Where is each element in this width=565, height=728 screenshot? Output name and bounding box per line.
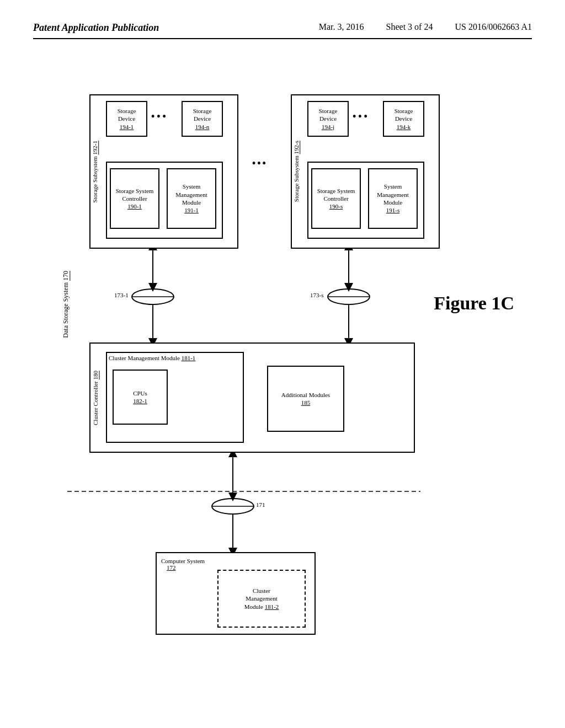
page-header: Patent Application Publication Mar. 3, 2… [33,22,532,39]
storage-device-194-n-label: StorageDevice [193,107,212,123]
storage-sys-ctrl-s-box: Storage System Controller 190-s [311,168,361,229]
publication-title: Patent Application Publication [33,22,159,34]
figure-label: Figure 1C [434,293,514,314]
storage-sys-ctrl-1-num: 190-1 [127,203,142,210]
network-173-s: 173-s [327,287,371,309]
dss-num: 170 [62,271,70,281]
storage-device-194-k-box: StorageDevice 194-k [383,101,424,137]
storage-subsystem-1-num: 192-1 [92,141,98,155]
dots-between-subsystems: ••• [252,158,268,169]
header-date: Mar. 3, 2016 [319,22,364,32]
storage-device-194-j-box: StorageDevice 194-j [307,101,349,137]
sys-mgmt-1-label: System Management Module [168,183,215,206]
dss-label-container: Data Storage System 170 [62,271,70,338]
storage-subsystem-s-box: Storage Subsystem 192-s StorageDevice 19… [291,94,440,249]
storage-device-194-n-box: StorageDevice 194-n [182,101,223,137]
additional-modules-num: 185 [301,399,311,406]
storage-sys-ctrl-1-box: Storage System Controller 190-1 [110,168,159,229]
header-sheet: Sheet 3 of 24 [386,22,433,32]
cluster-mgmt-2-box: ClusterManagementModule 181-2 [217,570,306,628]
storage-subsystem-s-num: 192-s [293,141,300,154]
dots-left-subsystem: ••• [151,111,168,122]
storage-sys-inner-1-box: Storage System Controller 190-1 System M… [106,162,223,239]
sys-mgmt-1-num: 191-1 [184,207,199,213]
dss-label: Data Storage System [62,281,70,338]
sys-mgmt-s-num: 191-s [386,207,399,213]
storage-sys-ctrl-1-label: Storage System Controller [111,187,158,203]
storage-subsystem-s-label: Storage Subsystem [293,154,300,202]
cpus-num: 182-1 [133,398,147,404]
cpus-box: CPUs 182-1 [113,370,168,425]
computer-system-label-container: Computer System 172 [161,558,205,571]
network-171: 171 [211,497,255,518]
cluster-mgmt-2-label: ClusterManagementModule 181-2 [244,587,279,611]
computer-system-num: 172 [167,564,176,571]
cluster-controller-label: Cluster Controller [92,379,99,425]
storage-subsystem-1-box: Storage Subsystem 192-1 StorageDevice 19… [89,94,238,249]
additional-modules-box: Additional Modules 185 [267,366,344,432]
storage-sys-inner-s-box: Storage System Controller 190-s System M… [307,162,424,239]
sys-mgmt-1-box: System Management Module 191-1 [167,168,216,229]
computer-system-label: Computer System [161,558,205,564]
storage-subsystem-1-label: Storage Subsystem [92,154,98,202]
storage-sys-ctrl-s-num: 190-s [329,203,343,210]
computer-system-box: Computer System 172 ClusterManagementMod… [156,552,316,635]
sys-mgmt-s-label: System Management Module [369,183,417,206]
storage-device-194-j-num: 194-j [322,124,334,130]
storage-device-194-1-num: 194-1 [120,124,134,130]
header-patent: US 2016/0062663 A1 [455,22,532,32]
storage-device-194-k-label: StorageDevice [395,107,413,123]
cluster-controller-box: Cluster Controller 180 Cluster Managemen… [89,342,415,453]
storage-device-194-1-box: StorageDevice 194-1 [106,101,147,137]
dots-right-subsystem: ••• [353,111,370,122]
cluster-mgmt-1-box: Cluster Management Module 181-1 CPUs 182… [106,352,244,443]
additional-modules-label: Additional Modules [281,391,330,399]
network-173-1-label: 173-1 [114,292,129,298]
cpus-label: CPUs [133,389,147,397]
cluster-mgmt-1-label: Cluster Management Module [109,355,182,361]
cluster-controller-num: 180 [92,371,99,380]
storage-device-194-1-label: StorageDevice [118,107,136,123]
storage-sys-ctrl-s-label: Storage System Controller [312,187,360,203]
storage-device-194-n-num: 194-n [195,124,210,130]
network-173-s-label: 173-s [310,292,323,298]
network-173-1: 173-1 [131,287,175,309]
sys-mgmt-s-box: System Management Module 191-s [368,168,418,229]
cluster-mgmt-1-num: 181-1 [182,355,196,361]
network-171-label: 171 [256,501,265,508]
storage-device-194-k-num: 194-k [397,124,411,130]
header-info: Mar. 3, 2016 Sheet 3 of 24 US 2016/00626… [319,22,532,32]
storage-device-194-j-label: StorageDevice [319,107,338,123]
diagram-area: Storage Subsystem 192-1 StorageDevice 19… [45,50,520,657]
